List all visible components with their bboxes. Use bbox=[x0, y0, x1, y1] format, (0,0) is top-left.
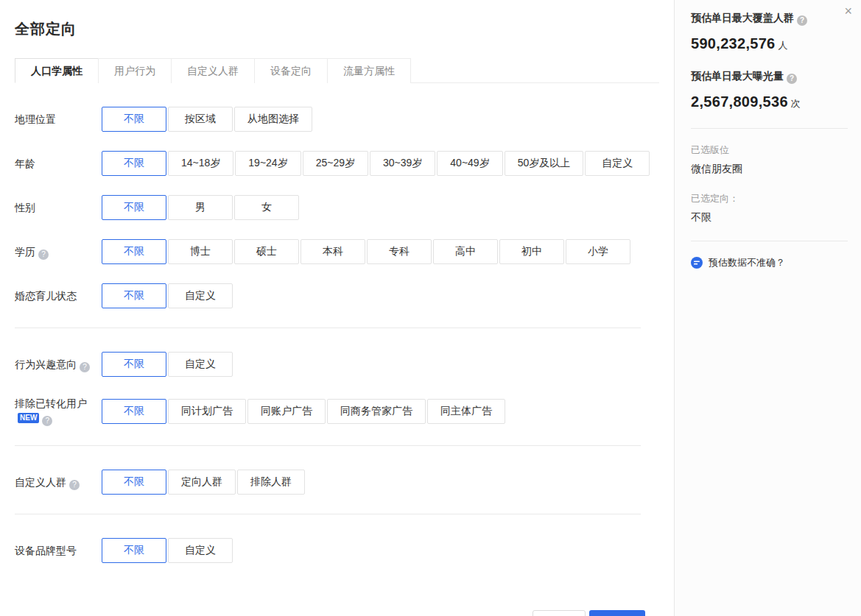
option-button[interactable]: 同账户广告 bbox=[247, 399, 326, 424]
option-button[interactable]: 博士 bbox=[168, 239, 233, 264]
option-button[interactable]: 自定义 bbox=[168, 352, 233, 377]
option-button[interactable]: 专科 bbox=[367, 239, 432, 264]
form-row-5: 行为兴趣意向?不限自定义 bbox=[15, 352, 659, 377]
targeting-form: 地理位置不限按区域从地图选择年龄不限14~18岁19~24岁25~29岁30~3… bbox=[15, 107, 659, 563]
form-row-7: 自定义人群?不限定向人群排除人群 bbox=[15, 470, 659, 495]
option-button[interactable]: 从地图选择 bbox=[234, 107, 312, 132]
option-button[interactable]: 不限 bbox=[102, 352, 166, 377]
option-group: 不限男女 bbox=[102, 195, 299, 220]
row-label: 年龄 bbox=[15, 156, 102, 171]
footer-confirm-button[interactable] bbox=[589, 610, 645, 616]
option-button[interactable]: 按区域 bbox=[168, 107, 233, 132]
side-divider bbox=[691, 128, 848, 129]
tab-bar: 人口学属性用户行为自定义人群设备定向流量方属性 bbox=[15, 58, 659, 83]
option-button[interactable]: 硕士 bbox=[234, 239, 299, 264]
coverage-value-row: 590,232,576人 bbox=[691, 35, 848, 52]
option-button[interactable]: 30~39岁 bbox=[370, 151, 435, 176]
targeting-dialog: 全部定向 人口学属性用户行为自定义人群设备定向流量方属性 地理位置不限按区域从地… bbox=[0, 0, 674, 616]
option-button[interactable]: 本科 bbox=[301, 239, 365, 264]
help-icon[interactable]: ? bbox=[38, 249, 49, 260]
tab-0[interactable]: 人口学属性 bbox=[15, 58, 99, 83]
row-label-text: 学历 bbox=[15, 246, 35, 258]
option-button[interactable]: 定向人群 bbox=[168, 470, 236, 495]
option-button[interactable]: 不限 bbox=[102, 195, 166, 220]
option-group: 不限定向人群排除人群 bbox=[102, 470, 305, 495]
option-group: 不限同计划广告同账户广告同商务管家广告同主体广告 bbox=[102, 399, 505, 424]
exposure-help-icon[interactable]: ? bbox=[787, 74, 797, 84]
option-button[interactable]: 同商务管家广告 bbox=[327, 399, 426, 424]
option-button[interactable]: 不限 bbox=[102, 151, 166, 176]
estimate-panel: × 预估单日最大覆盖人群? 590,232,576人 预估单日最大曝光量? 2,… bbox=[674, 0, 861, 616]
row-label: 学历? bbox=[15, 244, 102, 260]
option-button[interactable]: 自定义 bbox=[585, 151, 650, 176]
option-button[interactable]: 小学 bbox=[566, 239, 630, 264]
row-label: 设备品牌型号 bbox=[15, 543, 102, 558]
feedback-link[interactable]: 预估数据不准确？ bbox=[691, 256, 848, 269]
exposure-value: 2,567,809,536 bbox=[691, 93, 788, 110]
option-group: 不限14~18岁19~24岁25~29岁30~39岁40~49岁50岁及以上自定… bbox=[102, 151, 650, 176]
option-button[interactable]: 不限 bbox=[102, 399, 166, 424]
row-label: 自定义人群? bbox=[15, 475, 102, 490]
option-button[interactable]: 同主体广告 bbox=[427, 399, 505, 424]
option-button[interactable]: 女 bbox=[234, 195, 299, 220]
section-divider bbox=[15, 328, 641, 328]
option-button[interactable]: 排除人群 bbox=[237, 470, 305, 495]
option-button[interactable]: 不限 bbox=[102, 239, 166, 264]
option-button[interactable]: 不限 bbox=[102, 470, 166, 495]
help-icon[interactable]: ? bbox=[69, 480, 80, 490]
row-label: 行为兴趣意向? bbox=[15, 357, 102, 372]
option-button[interactable]: 19~24岁 bbox=[235, 151, 301, 176]
tab-4[interactable]: 流量方属性 bbox=[327, 58, 411, 83]
tab-3[interactable]: 设备定向 bbox=[254, 58, 328, 83]
option-button[interactable]: 40~49岁 bbox=[437, 151, 502, 176]
row-label-text: 婚恋育儿状态 bbox=[15, 290, 77, 302]
targeting-label: 已选定向： bbox=[691, 192, 848, 205]
row-label-text: 行为兴趣意向 bbox=[15, 358, 77, 370]
option-button[interactable]: 高中 bbox=[433, 239, 498, 264]
form-row-3: 学历?不限博士硕士本科专科高中初中小学 bbox=[15, 239, 659, 264]
form-row-0: 地理位置不限按区域从地图选择 bbox=[15, 107, 659, 132]
row-label-text: 地理位置 bbox=[15, 113, 56, 125]
option-button[interactable]: 不限 bbox=[102, 538, 166, 563]
option-button[interactable]: 不限 bbox=[102, 107, 166, 132]
close-icon[interactable]: × bbox=[844, 4, 852, 18]
row-label-text: 设备品牌型号 bbox=[15, 545, 77, 556]
option-button[interactable]: 不限 bbox=[102, 283, 166, 308]
help-icon[interactable]: ? bbox=[80, 362, 90, 372]
row-label-text: 排除已转化用户 bbox=[15, 397, 87, 409]
row-label: 婚恋育儿状态 bbox=[15, 288, 102, 303]
placement-label: 已选版位 bbox=[691, 144, 848, 157]
option-group: 不限自定义 bbox=[102, 538, 233, 563]
form-row-8: 设备品牌型号不限自定义 bbox=[15, 538, 659, 563]
option-button[interactable]: 初中 bbox=[499, 239, 564, 264]
option-button[interactable]: 14~18岁 bbox=[168, 151, 233, 176]
option-group: 不限博士硕士本科专科高中初中小学 bbox=[102, 239, 630, 264]
exposure-value-row: 2,567,809,536次 bbox=[691, 93, 848, 110]
help-icon[interactable]: ? bbox=[42, 416, 52, 426]
coverage-unit: 人 bbox=[779, 40, 788, 51]
tab-2[interactable]: 自定义人群 bbox=[171, 58, 255, 83]
coverage-help-icon[interactable]: ? bbox=[797, 15, 807, 26]
row-label-text: 自定义人群 bbox=[15, 476, 66, 488]
row-label: 性别 bbox=[15, 200, 102, 215]
new-badge: NEW bbox=[18, 413, 39, 423]
form-row-2: 性别不限男女 bbox=[15, 195, 659, 220]
coverage-title-text: 预估单日最大覆盖人群 bbox=[691, 12, 794, 24]
option-button[interactable]: 同计划广告 bbox=[168, 399, 246, 424]
coverage-value: 590,232,576 bbox=[691, 35, 776, 52]
exposure-unit: 次 bbox=[791, 98, 801, 109]
tab-1[interactable]: 用户行为 bbox=[98, 58, 172, 83]
option-button[interactable]: 自定义 bbox=[168, 538, 233, 563]
row-label: 排除已转化用户NEW? bbox=[15, 396, 102, 426]
option-button[interactable]: 50岁及以上 bbox=[505, 151, 584, 176]
option-button[interactable]: 男 bbox=[168, 195, 233, 220]
targeting-value: 不限 bbox=[691, 211, 848, 224]
row-label: 地理位置 bbox=[15, 112, 102, 127]
option-group: 不限自定义 bbox=[102, 352, 233, 377]
exposure-title-text: 预估单日最大曝光量 bbox=[691, 70, 784, 82]
section-divider bbox=[15, 514, 641, 514]
option-group: 不限自定义 bbox=[102, 283, 233, 308]
option-button[interactable]: 自定义 bbox=[168, 283, 233, 308]
footer-cancel-button[interactable] bbox=[533, 610, 586, 616]
option-button[interactable]: 25~29岁 bbox=[303, 151, 368, 176]
